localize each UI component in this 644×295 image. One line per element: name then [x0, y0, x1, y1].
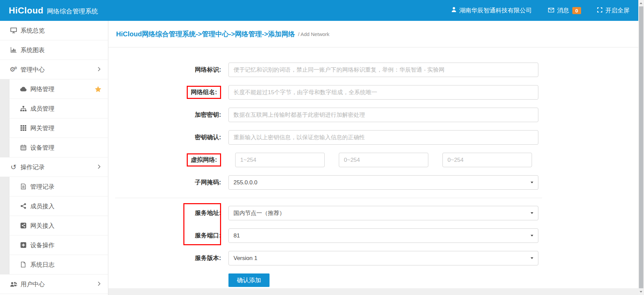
sidebar-item-gateway-access[interactable]: 网关接入 — [0, 216, 108, 235]
sidebar-item-member-management[interactable]: 成员管理 — [0, 99, 108, 118]
sidebar-item-label: 系统日志 — [30, 261, 55, 269]
sidebar-item-user-center[interactable]: 用户中心 — [0, 274, 108, 294]
company-account[interactable]: 湖南华辰智通科技有限公司 — [452, 6, 532, 14]
service-settings-group: 服务地址: 国内节点一（推荐） 服务端口: 81 服务版本: Version 1 — [108, 206, 638, 265]
sidebar-item-label: 成员接入 — [30, 202, 55, 210]
service-version-value: Version 1 — [234, 255, 257, 262]
cloud-icon — [19, 87, 27, 91]
desktop-icon — [9, 28, 17, 33]
sidebar-item-label: 系统总览 — [21, 27, 45, 35]
form-row-network-id: 网络标识: — [108, 63, 638, 77]
fullscreen-button[interactable]: 开启全屏 — [597, 6, 630, 14]
file-text-icon — [19, 184, 27, 189]
subnet-mask-label: 子网掩码: — [108, 179, 228, 186]
sidebar-item-device-management[interactable]: 设备管理 — [0, 138, 108, 157]
chevron-down-icon — [531, 182, 533, 183]
main-content: HiCloud网络综合管理系统->管理中心->网络管理->添加网络 / Add … — [108, 21, 638, 295]
sidebar-item-system-logs[interactable]: 系统日志 — [0, 255, 108, 274]
service-version-label: 服务版本: — [108, 254, 228, 262]
form-row-key-confirm: 密钥确认: — [108, 130, 638, 145]
vertical-scrollbar — [638, 0, 644, 295]
virtual-network-octet-1-input[interactable] — [235, 153, 325, 167]
sidebar-item-label: 网关管理 — [30, 124, 55, 132]
service-port-label: 服务端口: — [108, 232, 228, 239]
sidebar-item-label: 管理中心 — [21, 66, 45, 74]
sidebar-item-management-records[interactable]: 管理记录 — [0, 177, 108, 196]
form-row-service-version: 服务版本: Version 1 — [108, 251, 638, 265]
virtual-network-highlight-box: 虚拟网络: — [187, 153, 221, 167]
confirm-add-button[interactable]: 确认添加 — [228, 273, 270, 287]
file-icon — [19, 262, 27, 267]
sitemap-icon — [19, 106, 27, 111]
sidebar-item-device-operations[interactable]: 设备操作 — [0, 235, 108, 255]
messages-button[interactable]: 消息 0 — [548, 6, 581, 14]
breadcrumb-suffix: / Add Network — [298, 31, 329, 37]
sidebar-item-label: 操作记录 — [21, 163, 45, 171]
network-id-input[interactable] — [228, 63, 538, 77]
encrypt-key-input[interactable] — [228, 108, 538, 122]
sidebar-item-management-center[interactable]: ⚙⚙ 管理中心 — [0, 60, 108, 79]
sidebar-item-label: 网络管理 — [30, 85, 55, 93]
app-logo: HiCloud 网络综合管理系统 — [9, 5, 98, 16]
service-address-value: 国内节点一（推荐） — [234, 209, 285, 217]
sidebar-item-label: 管理记录 — [30, 183, 55, 191]
breadcrumb: HiCloud网络综合管理系统->管理中心->网络管理->添加网络 / Add … — [108, 21, 638, 47]
top-header: HiCloud 网络综合管理系统 湖南华辰智通科技有限公司 消息 0 开启全屏 — [0, 0, 638, 21]
company-name: 湖南华辰智通科技有限公司 — [459, 6, 532, 14]
history-icon: ↺ — [9, 163, 17, 171]
sidebar-item-system-charts[interactable]: 系统图表 — [0, 40, 108, 60]
fullscreen-label: 开启全屏 — [605, 6, 630, 14]
service-port-value: 81 — [234, 232, 240, 239]
chevron-down-icon — [531, 212, 533, 214]
form-row-virtual-network: 虚拟网络: — [108, 153, 638, 167]
form-section-divider — [115, 198, 542, 198]
network-id-label: 网络标识: — [108, 66, 228, 74]
sidebar-item-network-management[interactable]: 网络管理 — [0, 79, 108, 99]
sidebar-item-system-overview[interactable]: 系统总览 — [0, 21, 108, 40]
user-icon — [452, 7, 456, 14]
group-name-highlight-box: 网络组名: — [187, 86, 221, 99]
service-address-select[interactable]: 国内节点一（推荐） — [228, 206, 538, 220]
service-version-select[interactable]: Version 1 — [228, 251, 538, 265]
form-row-service-address: 服务地址: 国内节点一（推荐） — [108, 206, 638, 220]
virtual-network-label: 虚拟网络: — [191, 156, 217, 163]
subnet-mask-select[interactable]: 255.0.0.0 — [228, 175, 538, 190]
scrollbar-thumb[interactable] — [639, 6, 643, 288]
key-confirm-input[interactable] — [228, 130, 538, 145]
group-name-input[interactable] — [228, 85, 538, 100]
sidebar-item-operation-records[interactable]: ↺ 操作记录 — [0, 157, 108, 177]
virtual-network-octet-3-input[interactable] — [442, 153, 532, 167]
fullscreen-expand-icon — [597, 7, 602, 14]
scrollbar-down-arrow[interactable] — [640, 291, 642, 293]
chevron-right-icon — [98, 163, 101, 171]
chevron-down-icon — [531, 235, 533, 236]
form-row-encrypt-key: 加密密钥: — [108, 108, 638, 122]
scrollbar-up-arrow[interactable] — [640, 2, 642, 4]
sidebar-nav: 系统总览 系统图表 ⚙⚙ 管理中心 网络管理 — [0, 21, 108, 295]
sidebar-item-label: 成员管理 — [30, 105, 55, 113]
service-port-select[interactable]: 81 — [228, 228, 538, 243]
messages-count-badge: 0 — [572, 7, 581, 14]
subnet-mask-value: 255.0.0.0 — [234, 179, 257, 186]
sidebar-item-label: 网关接入 — [30, 222, 55, 230]
chevron-right-icon — [98, 281, 101, 288]
share-square-icon — [19, 223, 27, 228]
sidebar-item-gateway-management[interactable]: 网关管理 — [0, 118, 108, 138]
envelope-icon — [548, 7, 554, 14]
bar-chart-icon — [9, 47, 17, 53]
key-confirm-label: 密钥确认: — [108, 134, 228, 141]
plus-square-icon — [19, 242, 27, 248]
gears-icon: ⚙⚙ — [9, 66, 17, 73]
virtual-network-octet-2-input[interactable] — [339, 153, 428, 167]
encrypt-key-label: 加密密钥: — [108, 111, 228, 119]
sidebar-item-label: 用户中心 — [21, 280, 45, 288]
group-name-label: 网络组名: — [191, 89, 217, 96]
share-icon — [19, 203, 27, 209]
form-row-service-port: 服务端口: 81 — [108, 228, 638, 243]
sidebar-item-member-access[interactable]: 成员接入 — [0, 196, 108, 216]
breadcrumb-path-links[interactable]: HiCloud网络综合管理系统->管理中心->网络管理->添加网络 — [116, 30, 295, 39]
sidebar-item-label: 设备管理 — [30, 144, 55, 152]
sidebar-item-label: 系统图表 — [21, 46, 45, 54]
messages-label: 消息 — [557, 6, 569, 14]
add-network-form: 网络标识: 网络组名: 加密密钥: 密钥确认: 虚拟网络: — [108, 47, 638, 288]
